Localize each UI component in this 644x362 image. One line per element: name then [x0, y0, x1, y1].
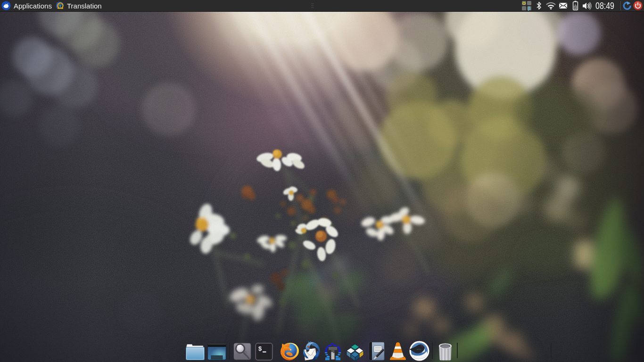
- svg-text:O: O: [522, 1, 526, 6]
- svg-text:08:49: 08:49: [595, 0, 614, 11]
- svg-text:$: $: [258, 345, 262, 352]
- svg-text:β: β: [528, 6, 531, 11]
